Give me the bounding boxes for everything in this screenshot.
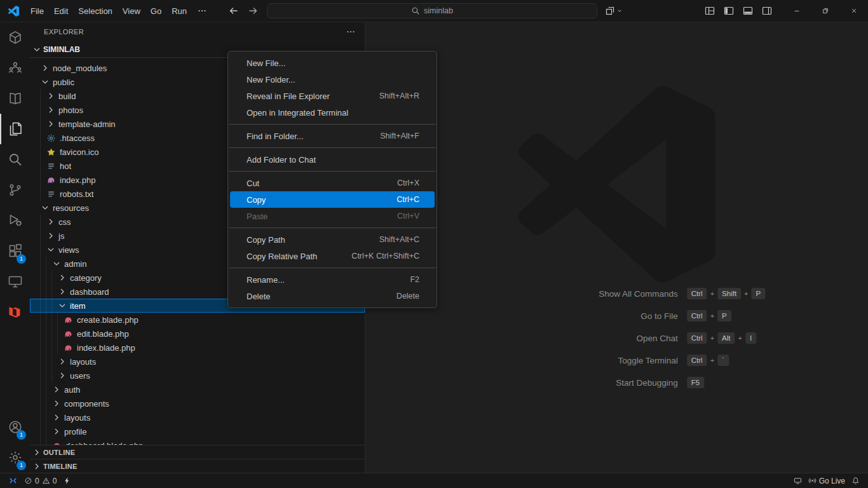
tree-item-layouts[interactable]: layouts [30, 355, 365, 369]
search-icon [8, 152, 23, 167]
new-window-button[interactable] [605, 6, 623, 16]
search-box[interactable]: siminlab [267, 3, 597, 18]
key-p: P [717, 310, 731, 322]
indent-guide [40, 438, 46, 445]
tree-item-label: .htaccess [60, 133, 95, 143]
key-key: ` [717, 355, 729, 366]
minimize-button[interactable] [782, 0, 811, 22]
accounts-button[interactable]: 1 [0, 412, 30, 442]
context-menu-item-rename[interactable]: Rename...F2 [230, 271, 435, 288]
context-menu-item-new-file[interactable]: New File... [230, 55, 435, 71]
remote-explorer-button[interactable] [0, 266, 30, 297]
go-live-button[interactable]: Go Live [805, 477, 848, 485]
context-menu-item-reveal-in-file-explorer[interactable]: Reveal in File ExplorerShift+Alt+R [230, 88, 435, 104]
plus-separator: + [744, 290, 748, 297]
toggle-sidebar-icon[interactable] [724, 6, 734, 16]
close-button[interactable] [839, 0, 868, 22]
context-menu-item-copy[interactable]: CopyCtrl+C [230, 191, 435, 208]
tree-item-label: category [70, 273, 102, 283]
indent-guide [40, 159, 46, 173]
tree-item-auth[interactable]: auth [30, 383, 365, 396]
indent-guide [40, 173, 46, 187]
context-menu-item-new-folder[interactable]: New Folder... [230, 71, 435, 88]
indent-guide [40, 355, 46, 369]
customize-layout-icon[interactable] [705, 6, 715, 16]
tree-item-components[interactable]: components [30, 396, 365, 410]
shortcut-label: Show All Commands [468, 289, 678, 299]
menu-view[interactable]: View [118, 0, 146, 22]
back-icon[interactable] [229, 6, 239, 16]
context-menu-item-find-in-folder[interactable]: Find in Folder...Shift+Alt+F [230, 128, 435, 144]
tree-item-profile[interactable]: profile [30, 424, 365, 438]
docs-button[interactable] [0, 83, 30, 114]
chevron-right-icon [57, 356, 67, 367]
indent-guide [46, 396, 51, 410]
menu-item-shortcut: Ctrl+C [397, 195, 419, 204]
remote-indicator[interactable] [5, 473, 21, 488]
restore-button[interactable] [811, 0, 839, 22]
tree-item-label: components [64, 399, 109, 409]
section-timeline[interactable]: TIMELINE [30, 459, 365, 473]
warnings-icon [42, 477, 50, 485]
bolt-indicator[interactable] [60, 473, 74, 488]
toggle-panel-icon[interactable] [743, 6, 753, 16]
organization-button[interactable] [0, 53, 30, 83]
ports-indicator[interactable] [790, 477, 805, 485]
menu-overflow-button[interactable] [192, 0, 212, 22]
explorer-more-icon[interactable] [346, 27, 356, 37]
star-icon [46, 147, 56, 157]
chevron-right-icon [32, 461, 42, 471]
tree-item-layouts[interactable]: layouts [30, 410, 365, 424]
menu-run[interactable]: Run [166, 0, 192, 22]
menu-item-label: Delete [247, 292, 271, 301]
device-icon [794, 477, 802, 485]
chevron-right-icon [51, 426, 62, 437]
forward-icon[interactable] [248, 6, 258, 16]
context-menu-item-delete[interactable]: DeleteDelete [230, 288, 435, 304]
toggle-secondary-sidebar-icon[interactable] [762, 6, 772, 16]
context-menu-item-open-in-integrated-terminal[interactable]: Open in Integrated Terminal [230, 104, 435, 121]
run-debug-button[interactable] [0, 205, 30, 236]
key-ctrl: Ctrl [687, 332, 707, 344]
extensions-button[interactable]: 1 [0, 236, 30, 266]
source-control-button[interactable] [0, 175, 30, 205]
tree-item-dashboard-blade-php[interactable]: dashboard.blade.php [30, 438, 365, 445]
tree-item-index-blade-php[interactable]: index.blade.php [30, 341, 365, 355]
context-menu-item-add-folder-to-chat[interactable]: Add Folder to Chat [230, 151, 435, 168]
blade-icon [64, 329, 73, 339]
laravel-button[interactable] [0, 297, 30, 327]
explorer-button[interactable] [0, 114, 30, 144]
context-menu-item-copy-path[interactable]: Copy PathShift+Alt+C [230, 231, 435, 248]
watermark-shortcuts: Show All CommandsCtrl+Shift+PGo to FileC… [468, 285, 765, 396]
tree-item-create-blade-php[interactable]: create.blade.php [30, 313, 365, 327]
section-outline[interactable]: OUTLINE [30, 445, 365, 459]
context-menu-item-cut[interactable]: CutCtrl+X [230, 175, 435, 191]
menu-selection[interactable]: Selection [73, 0, 117, 22]
key-ctrl: Ctrl [687, 355, 707, 366]
tree-item-users[interactable]: users [30, 369, 365, 383]
key-shift: Shift [717, 288, 741, 299]
blade-icon [64, 343, 73, 353]
tree-item-label: favicon.ico [60, 147, 98, 157]
problems-indicator[interactable]: 0 0 [21, 473, 60, 488]
tree-item-label: js [58, 231, 64, 241]
indent-guide [57, 341, 63, 355]
editor-area: Show All CommandsCtrl+Shift+PGo to FileC… [365, 22, 868, 473]
indent-guide [40, 383, 46, 396]
indent-guide [40, 131, 46, 145]
notifications-button[interactable] [848, 477, 863, 485]
tree-item-edit-blade-php[interactable]: edit.blade.php [30, 327, 365, 341]
indent-guide [51, 285, 57, 299]
context-menu-item-copy-relative-path[interactable]: Copy Relative PathCtrl+K Ctrl+Shift+C [230, 248, 435, 264]
indent-guide [46, 424, 51, 438]
indent-guide [46, 369, 51, 383]
layout-controls [705, 6, 772, 16]
search-button[interactable] [0, 144, 30, 175]
menu-go[interactable]: Go [146, 0, 166, 22]
cube-button[interactable] [0, 22, 30, 53]
menu-file[interactable]: File [25, 0, 49, 22]
chevron-down-icon [40, 77, 50, 87]
laravel-icon [8, 304, 23, 320]
menu-edit[interactable]: Edit [49, 0, 73, 22]
manage-button[interactable]: 1 [0, 442, 30, 473]
